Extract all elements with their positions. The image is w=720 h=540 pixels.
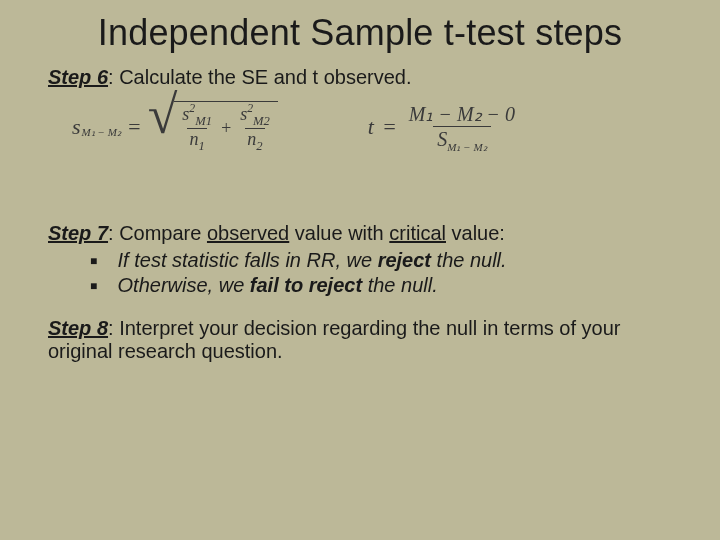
step7-b1a: If test statistic falls in RR, we [118, 249, 378, 271]
t-den-S: S [437, 128, 447, 150]
step7-label: Step 7 [48, 222, 108, 244]
se-num1-sup: 2 [189, 102, 195, 115]
se-lhs-sub: M₁ − M₂ [82, 126, 121, 139]
se-equals: = [127, 114, 142, 140]
se-term2: s2M2 n2 [238, 104, 272, 152]
slide: Independent Sample t-test steps Step 6: … [0, 0, 720, 540]
se-lhs-s: s [72, 114, 81, 140]
step7-b2-fail: fail to reject [250, 274, 362, 296]
step7-b1-reject: reject [378, 249, 431, 271]
step8-label: Step 8 [48, 317, 108, 339]
step7-b2a: Otherwise, we [118, 274, 250, 296]
t-numerator: M₁ − M₂ − 0 [405, 102, 519, 126]
step7-lead-b: value with [289, 222, 389, 244]
t-den-sub: M₁ − M₂ [447, 141, 486, 153]
se-den2-n: n [247, 129, 256, 149]
step7-lead-c: value: [446, 222, 505, 244]
step7-bullet2: Otherwise, we fail to reject the null. [112, 274, 672, 297]
step7-block: Step 7: Compare observed value with crit… [48, 222, 672, 297]
t-lhs: t [368, 114, 374, 140]
step7-observed: observed [207, 222, 289, 244]
slide-title: Independent Sample t-test steps [48, 12, 672, 54]
step8-text: : Interpret your decision regarding the … [48, 317, 621, 362]
step7-lead-a: : Compare [108, 222, 207, 244]
se-plus: + [220, 118, 232, 139]
t-equals: = [382, 114, 397, 140]
se-num1-sub: M1 [195, 114, 212, 128]
step7-b2b: the null. [362, 274, 438, 296]
se-den2-sub: 2 [256, 139, 262, 153]
equation-row: s M₁ − M₂ = √ s2M1 n1 + [72, 101, 672, 152]
step6-label: Step 6 [48, 66, 108, 88]
se-term1: s2M1 n1 [180, 104, 214, 152]
se-num2-sub: M2 [253, 114, 270, 128]
step6-line: Step 6: Calculate the SE and t observed. [48, 66, 672, 89]
t-equation: t = M₁ − M₂ − 0 SM₁ − M₂ [368, 102, 519, 151]
step7-bullet1: If test statistic falls in RR, we reject… [112, 249, 672, 272]
se-den1-sub: 1 [198, 139, 204, 153]
se-equation: s M₁ − M₂ = √ s2M1 n1 + [72, 101, 278, 152]
se-num2-sup: 2 [247, 102, 253, 115]
sqrt-icon: √ s2M1 n1 + s2M2 [148, 101, 278, 152]
step8-block: Step 8: Interpret your decision regardin… [48, 317, 672, 363]
step7-b1b: the null. [431, 249, 507, 271]
step7-critical: critical [389, 222, 446, 244]
